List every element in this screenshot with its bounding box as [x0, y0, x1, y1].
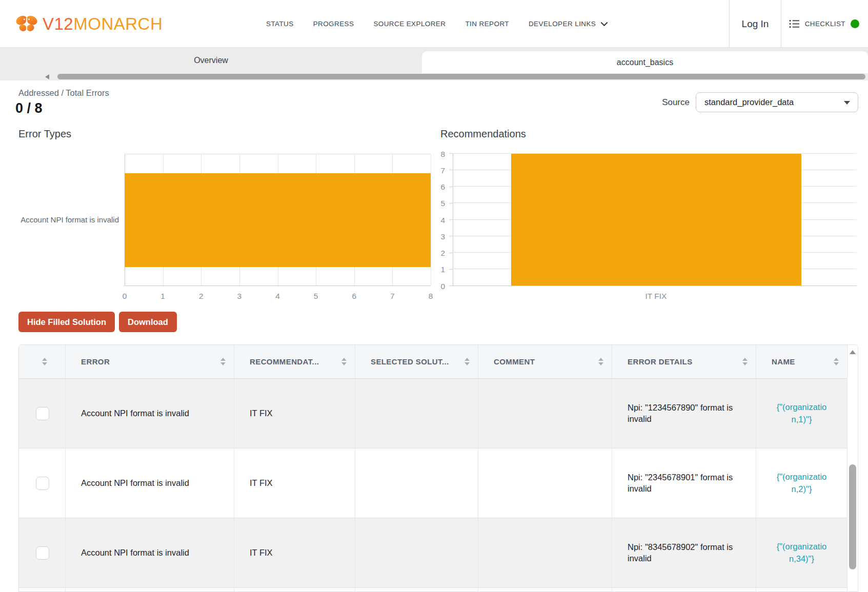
y-tick-label: 2 [440, 249, 445, 257]
y-tick-mark [449, 285, 453, 286]
sort-icon[interactable] [742, 358, 748, 365]
tab-bar: Overview account_basics [0, 48, 868, 73]
hide-filled-solution-button[interactable]: Hide Filled Solution [18, 312, 115, 332]
x-tick-label: 3 [237, 292, 242, 301]
sort-icon[interactable] [465, 358, 470, 365]
brand-logo[interactable]: V12MONARCH [15, 0, 163, 48]
x-tick-label: 1 [160, 292, 165, 301]
brand-wordmark: V12MONARCH [43, 14, 163, 34]
scroll-left-arrow-icon[interactable] [45, 74, 49, 79]
y-tick-mark [449, 269, 453, 270]
cell-comment [478, 518, 612, 587]
x-tick-label: 2 [199, 292, 204, 301]
y-tick-label: 5 [440, 199, 445, 208]
cell-error-details: Npi: "2345678901" format is invalid [612, 448, 756, 518]
source-dropdown[interactable]: standard_provider_data [696, 92, 858, 112]
row-checkbox[interactable] [36, 546, 49, 560]
horizontal-scrollbar [0, 73, 868, 80]
source-label: Source [651, 92, 690, 112]
top-header: V12MONARCH STATUS PROGRESS SOURCE EXPLOR… [0, 0, 868, 48]
checklist-label: CHECKLIST [805, 20, 845, 28]
nav-item-progress[interactable]: PROGRESS [313, 20, 354, 28]
nav-item-developer-links[interactable]: DEVELOPER LINKS [529, 20, 608, 28]
header-error[interactable]: ERROR [66, 345, 234, 378]
horizontal-scrollbar-thumb[interactable] [57, 74, 865, 79]
error-types-xticks: 012345678 [125, 292, 431, 302]
row-checkbox[interactable] [36, 477, 49, 490]
nav-item-tin-report[interactable]: TIN REPORT [465, 20, 509, 28]
recommendations-category-label: IT FIX [645, 292, 667, 301]
recommendations-bar [511, 154, 801, 285]
scroll-up-arrow-icon[interactable] [850, 350, 856, 354]
addressed-total-errors-label: Addressed / Total Errors [18, 88, 109, 98]
cell-error-details: Npi: "8345678902" format is invalid [612, 518, 756, 587]
column-label: NAME [772, 357, 795, 366]
tab-label: Overview [194, 56, 228, 65]
sort-icon[interactable] [834, 358, 839, 365]
cell-comment [478, 379, 612, 448]
table-vertical-scrollbar [847, 345, 858, 592]
table-row-partial [19, 588, 847, 592]
y-tick-label: 6 [440, 183, 445, 191]
tab-account-basics[interactable]: account_basics [422, 51, 868, 73]
column-label: COMMENT [494, 357, 535, 366]
error-types-title: Error Types [18, 128, 71, 140]
brand-v12: V12 [43, 14, 73, 33]
header-selected-solution[interactable]: SELECTED SOLUT... [355, 345, 478, 378]
cell-recommendation: IT FIX [234, 448, 355, 518]
y-tick-label: 7 [440, 167, 445, 175]
nav-label: PROGRESS [313, 20, 354, 28]
tab-overview[interactable]: Overview [0, 48, 422, 73]
cell-selected-solution [355, 379, 478, 448]
name-link[interactable]: {"(organization,34)"} [776, 541, 827, 565]
cell-error-details: Npi: "1234567890" format is invalid [612, 379, 756, 448]
header-select-column[interactable] [19, 345, 66, 378]
y-tick-mark [449, 187, 453, 187]
y-tick-label: 3 [440, 233, 445, 241]
sort-icon[interactable] [220, 358, 226, 365]
cell-selected-solution [355, 448, 478, 518]
checklist-button[interactable]: CHECKLIST [789, 0, 859, 48]
login-label: Log In [742, 18, 769, 30]
cell-error: Account NPI format is invalid [66, 518, 234, 587]
y-tick-mark [449, 153, 453, 154]
y-tick-mark [449, 170, 453, 170]
header-name[interactable]: NAME [756, 345, 847, 378]
row-checkbox[interactable] [36, 407, 49, 420]
y-tick-mark [449, 253, 453, 253]
download-button[interactable]: Download [119, 312, 177, 332]
butterfly-icon [15, 14, 38, 34]
dropdown-caret-icon [844, 101, 850, 105]
column-label: RECOMMENDAT... [250, 357, 319, 366]
y-axis-line [453, 154, 453, 285]
nav-label: TIN REPORT [465, 20, 509, 28]
sort-icon[interactable] [42, 358, 47, 365]
header-recommendation[interactable]: RECOMMENDAT... [234, 345, 355, 378]
table-row: Account NPI format is invalid IT FIX Npi… [19, 518, 847, 588]
cell-recommendation: IT FIX [234, 518, 355, 587]
nav-item-source-explorer[interactable]: SOURCE EXPLORER [373, 20, 446, 28]
nav-item-status[interactable]: STATUS [266, 20, 294, 28]
sort-icon[interactable] [341, 358, 347, 365]
table-row: Account NPI format is invalid IT FIX Npi… [19, 379, 847, 448]
column-label: ERROR [81, 357, 110, 366]
header-comment[interactable]: COMMENT [478, 345, 612, 378]
header-error-details[interactable]: ERROR DETAILS [612, 345, 756, 378]
y-tick-label: 0 [440, 282, 445, 290]
chevron-down-icon [600, 21, 608, 27]
cell-comment [478, 448, 612, 518]
column-label: SELECTED SOLUT... [371, 357, 449, 366]
cell-selected-solution [355, 518, 478, 587]
recommendations-title: Recommendations [440, 128, 526, 140]
name-link[interactable]: {"(organization,2)"} [776, 471, 827, 496]
checklist-status-dot [851, 19, 859, 28]
name-link[interactable]: {"(organization,1)"} [776, 401, 827, 426]
login-button[interactable]: Log In [729, 0, 781, 48]
y-tick-label: 4 [440, 216, 445, 224]
sort-icon[interactable] [598, 358, 603, 365]
cell-error: Account NPI format is invalid [66, 379, 234, 448]
x-tick-label: 6 [352, 292, 356, 301]
column-label: ERROR DETAILS [628, 357, 693, 366]
y-tick-mark [449, 236, 453, 236]
vertical-scrollbar-thumb[interactable] [849, 464, 856, 569]
